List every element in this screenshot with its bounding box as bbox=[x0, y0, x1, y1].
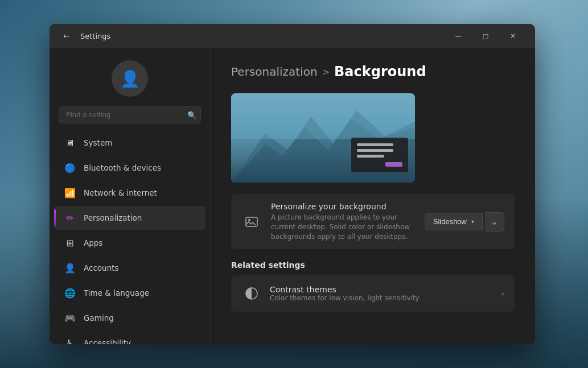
network-icon: 📶 bbox=[63, 186, 77, 200]
main-content: Personalization > Background bbox=[211, 48, 535, 344]
sidebar-item-label: Accessibility bbox=[84, 338, 131, 344]
contrast-themes-name: Contrast themes bbox=[270, 285, 493, 294]
contrast-themes-text: Contrast themes Color themes for low vis… bbox=[270, 285, 493, 302]
background-type-control: Slideshow ▾ ⌄ bbox=[425, 212, 504, 231]
title-bar-left: ← Settings bbox=[59, 28, 110, 44]
avatar-icon: 👤 bbox=[120, 69, 140, 88]
background-type-dropdown[interactable]: Slideshow ▾ bbox=[425, 213, 483, 230]
contrast-themes-card[interactable]: Contrast themes Color themes for low vis… bbox=[231, 275, 515, 312]
breadcrumb: Personalization > Background bbox=[231, 64, 515, 80]
contrast-icon bbox=[241, 283, 262, 304]
close-icon: ✕ bbox=[510, 32, 515, 40]
sidebar-item-personalization[interactable]: ✏ Personalization bbox=[54, 206, 205, 230]
personalize-description: A picture background applies to your cur… bbox=[271, 213, 416, 241]
image-icon bbox=[245, 215, 258, 229]
sidebar-item-time[interactable]: 🌐 Time & language bbox=[54, 281, 205, 305]
maximize-button[interactable]: □ bbox=[472, 27, 499, 45]
personalization-icon: ✏ bbox=[63, 211, 77, 225]
preview-cta-button bbox=[385, 162, 402, 167]
search-icon: 🔍 bbox=[187, 110, 196, 119]
back-button[interactable]: ← bbox=[59, 28, 75, 44]
personalize-background-card: Personalize your background A picture ba… bbox=[231, 194, 515, 249]
sidebar-item-label: Apps bbox=[84, 238, 102, 247]
window-title: Settings bbox=[80, 32, 110, 40]
sidebar-item-label: Network & internet bbox=[84, 188, 157, 197]
sidebar: 👤 🔍 🖥 System 🔵 Bluetooth & devices 📶 Net… bbox=[50, 48, 211, 344]
sidebar-item-label: Time & language bbox=[84, 288, 149, 297]
title-bar-controls: — □ ✕ bbox=[445, 27, 526, 45]
breadcrumb-separator: > bbox=[322, 67, 330, 77]
sidebar-item-accessibility[interactable]: ♿ Accessibility bbox=[54, 331, 205, 344]
avatar: 👤 bbox=[112, 60, 148, 97]
personalize-title: Personalize your background bbox=[271, 202, 416, 211]
sidebar-item-network[interactable]: 📶 Network & internet bbox=[54, 181, 205, 205]
settings-body: 👤 🔍 🖥 System 🔵 Bluetooth & devices 📶 Net… bbox=[50, 48, 535, 344]
sidebar-item-label: System bbox=[84, 138, 112, 147]
contrast-themes-sub: Color themes for low vision, light sensi… bbox=[270, 294, 493, 302]
breadcrumb-current: Background bbox=[334, 64, 426, 80]
expand-icon: ⌄ bbox=[491, 216, 498, 227]
preview-text-line-2 bbox=[357, 149, 393, 152]
minimize-button[interactable]: — bbox=[445, 27, 471, 45]
time-icon: 🌐 bbox=[63, 286, 77, 300]
sidebar-item-accounts[interactable]: 👤 Accounts bbox=[54, 256, 205, 280]
bluetooth-icon: 🔵 bbox=[63, 161, 77, 175]
chevron-right-icon: › bbox=[501, 289, 504, 298]
sidebar-item-gaming[interactable]: 🎮 Gaming bbox=[54, 306, 205, 330]
active-indicator bbox=[54, 209, 56, 226]
dropdown-chevron-icon: ▾ bbox=[471, 218, 474, 225]
system-icon: 🖥 bbox=[63, 136, 77, 150]
sidebar-item-bluetooth[interactable]: 🔵 Bluetooth & devices bbox=[54, 156, 205, 180]
dropdown-expand-button[interactable]: ⌄ bbox=[485, 212, 504, 231]
preview-text-line-1 bbox=[357, 143, 393, 146]
minimize-icon: — bbox=[455, 32, 462, 40]
sidebar-item-label: Personalization bbox=[84, 213, 142, 222]
related-settings-title: Related settings bbox=[231, 261, 515, 270]
personalize-text: Personalize your background A picture ba… bbox=[271, 202, 416, 241]
breadcrumb-parent: Personalization bbox=[231, 65, 318, 78]
sidebar-item-label: Gaming bbox=[84, 313, 114, 322]
preview-panel bbox=[351, 138, 408, 172]
search-box: 🔍 bbox=[59, 106, 201, 123]
svg-point-4 bbox=[248, 219, 250, 221]
sidebar-item-system[interactable]: 🖥 System bbox=[54, 131, 205, 155]
sidebar-item-label: Accounts bbox=[84, 263, 119, 272]
gaming-icon: 🎮 bbox=[63, 311, 77, 325]
apps-icon: ⊞ bbox=[63, 236, 77, 250]
settings-window: ← Settings — □ ✕ 👤 bbox=[50, 24, 535, 344]
maximize-icon: □ bbox=[483, 32, 488, 40]
personalize-icon bbox=[241, 212, 262, 232]
back-icon: ← bbox=[63, 31, 70, 40]
preview-text-line-3 bbox=[357, 155, 384, 158]
background-preview bbox=[231, 93, 415, 183]
svg-rect-2 bbox=[231, 93, 415, 139]
title-bar: ← Settings — □ ✕ bbox=[50, 24, 535, 48]
sidebar-item-label: Bluetooth & devices bbox=[84, 163, 161, 172]
close-button[interactable]: ✕ bbox=[500, 27, 526, 45]
accounts-icon: 👤 bbox=[63, 261, 77, 275]
search-input[interactable] bbox=[59, 106, 201, 123]
sidebar-item-apps[interactable]: ⊞ Apps bbox=[54, 231, 205, 255]
contrast-svg bbox=[245, 287, 258, 300]
dropdown-value: Slideshow bbox=[433, 217, 467, 226]
user-avatar-container: 👤 bbox=[50, 53, 210, 106]
accessibility-icon: ♿ bbox=[63, 336, 77, 344]
preview-button-row bbox=[357, 162, 402, 167]
